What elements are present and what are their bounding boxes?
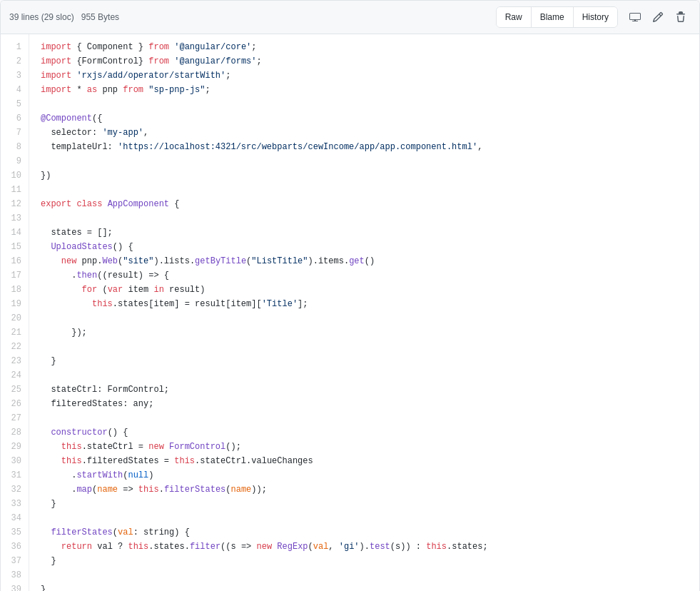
- code-token: test: [370, 542, 390, 552]
- code-token: 'https://localhost:4321/src/webparts/cew…: [118, 142, 477, 152]
- code-token: 'my-app': [102, 128, 143, 138]
- code-token: (: [97, 285, 107, 295]
- code-token: states = [];: [41, 228, 113, 238]
- delete-icon[interactable]: [671, 9, 691, 26]
- desktop-icon[interactable]: [625, 9, 645, 26]
- code-token: "ListTitle": [251, 256, 308, 266]
- code-token: ;: [256, 56, 261, 66]
- code-token: stateCtrl: FormControl;: [41, 385, 169, 395]
- code-line: export class AppComponent {: [29, 197, 699, 211]
- blame-button[interactable]: Blame: [532, 7, 574, 27]
- code-token: ).lists.: [153, 256, 195, 266]
- code-token: ).items.: [308, 256, 350, 266]
- code-token: ;: [225, 71, 230, 81]
- code-line: [29, 97, 699, 111]
- code-token: (: [308, 542, 313, 552]
- code-token: .states;: [447, 542, 488, 552]
- raw-button[interactable]: Raw: [497, 7, 532, 27]
- line-number: 32: [1, 483, 29, 497]
- code-token: ((s =>: [220, 542, 256, 552]
- line-number: 39: [1, 582, 29, 591]
- code-token: [41, 285, 82, 295]
- code-line: @Component({: [29, 111, 699, 126]
- code-token: (: [113, 527, 118, 537]
- line-number: 15: [1, 240, 29, 254]
- code-line: selector: 'my-app',: [29, 126, 699, 140]
- code-token: [41, 242, 51, 252]
- code-line: [29, 368, 699, 383]
- code-token: .states[item] = result[item][: [113, 299, 262, 309]
- line-number: 1: [1, 40, 29, 54]
- code-area: 1234567891011121314151617181920212223242…: [1, 34, 699, 591]
- code-token: templateUrl:: [41, 142, 118, 152]
- code-token: return: [61, 542, 92, 552]
- code-line: }: [29, 554, 699, 568]
- code-token: result): [164, 285, 206, 295]
- line-number: 28: [1, 425, 29, 440]
- file-metadata: 39 lines (29 sloc) 955 Bytes: [9, 12, 119, 22]
- code-token: [41, 256, 61, 266]
- edit-icon[interactable]: [648, 9, 668, 26]
- code-token: "site": [123, 256, 153, 266]
- line-number: 17: [1, 268, 29, 283]
- code-token: 'rxjs/add/operator/startWith': [76, 71, 225, 81]
- code-token: as: [87, 85, 97, 95]
- line-number: 6: [1, 111, 29, 126]
- code-token: '@angular/core': [174, 42, 251, 52]
- code-token: val: [118, 527, 133, 537]
- code-token: .: [159, 485, 164, 495]
- line-number: 33: [1, 497, 29, 511]
- code-line: for (var item in result): [29, 283, 699, 297]
- file-toolbar: 39 lines (29 sloc) 955 Bytes Raw Blame H…: [1, 1, 699, 34]
- code-line: import {FormControl} from '@angular/form…: [29, 54, 699, 69]
- code-token: }: [41, 499, 56, 509]
- code-token: {FormControl}: [71, 56, 148, 66]
- history-button[interactable]: History: [574, 7, 617, 27]
- code-token: AppComponent: [108, 199, 169, 209]
- code-token: });: [41, 328, 87, 338]
- code-token: }: [41, 556, 56, 566]
- line-number: 31: [1, 468, 29, 483]
- line-number: 34: [1, 511, 29, 525]
- code-line: import { Component } from '@angular/core…: [29, 40, 699, 54]
- code-token: ));: [251, 485, 267, 495]
- code-token: [41, 542, 61, 552]
- line-number: 18: [1, 283, 29, 297]
- line-number: 37: [1, 554, 29, 568]
- line-count: 39 lines (29 sloc): [9, 12, 74, 22]
- code-line: }: [29, 354, 699, 368]
- code-token: () {: [108, 428, 128, 438]
- code-token: this: [61, 456, 82, 466]
- code-token: from: [123, 85, 143, 95]
- code-token: name: [97, 485, 118, 495]
- code-line: import * as pnp from "sp-pnp-js";: [29, 83, 699, 97]
- code-token: [41, 527, 51, 537]
- line-number: 23: [1, 354, 29, 368]
- code-token: import: [41, 42, 71, 52]
- code-token: ): [148, 470, 153, 480]
- file-size: 955 Bytes: [81, 12, 119, 22]
- code-token: }: [41, 356, 56, 366]
- code-token: this: [174, 456, 195, 466]
- code-token: ;: [205, 85, 210, 95]
- code-line: this.states[item] = result[item]['Title'…: [29, 297, 699, 311]
- line-number: 3: [1, 69, 29, 83]
- code-token: filteredStates: any;: [41, 399, 153, 409]
- code-line: }: [29, 497, 699, 511]
- code-line: [29, 511, 699, 525]
- code-token: { Component }: [71, 42, 148, 52]
- toolbar-actions: Raw Blame History: [496, 6, 691, 28]
- code-token: [41, 456, 61, 466]
- code-token: [164, 442, 169, 452]
- code-token: this: [128, 542, 148, 552]
- code-content: import { Component } from '@angular/core…: [29, 34, 699, 591]
- code-line: .then((result) => {: [29, 268, 699, 283]
- line-number: 2: [1, 54, 29, 69]
- code-token: pnp: [97, 85, 123, 95]
- code-token: selector:: [41, 128, 102, 138]
- code-token: *: [71, 85, 87, 95]
- code-token: this: [61, 442, 82, 452]
- line-number: 9: [1, 154, 29, 168]
- code-token: [41, 428, 51, 438]
- code-token: filter: [190, 542, 220, 552]
